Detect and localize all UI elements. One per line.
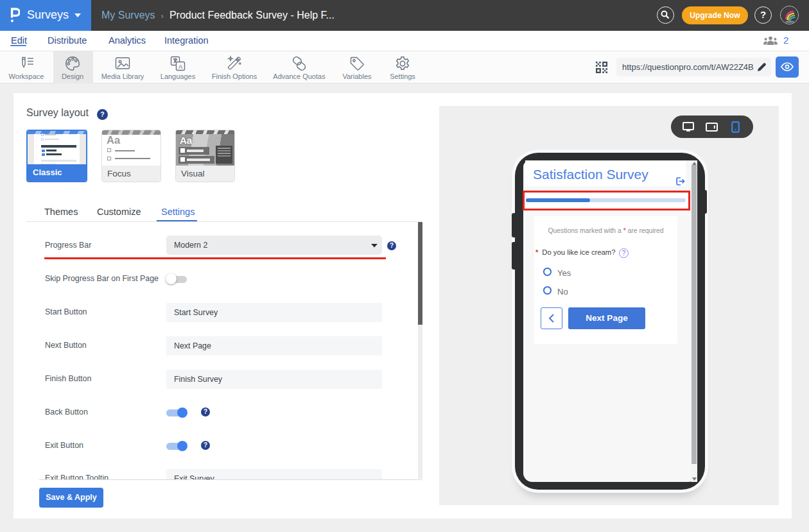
svg-text:A: A [178, 63, 183, 70]
